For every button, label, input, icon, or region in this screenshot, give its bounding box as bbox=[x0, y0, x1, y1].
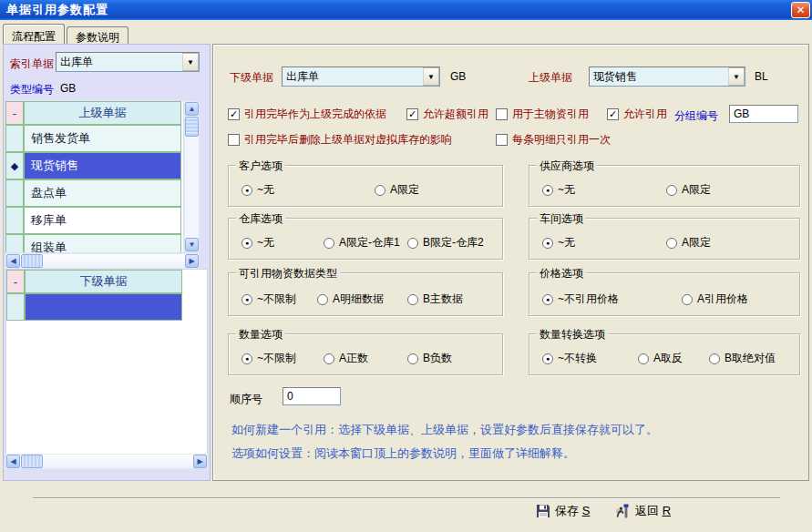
radio-none[interactable]: ● ~无 bbox=[242, 235, 274, 251]
radio-limit-a[interactable]: A限定 bbox=[666, 235, 711, 251]
help-line-1: 如何新建一个引用：选择下级单据、上级单据，设置好参数后直接保存就可以了。 bbox=[231, 422, 658, 438]
save-button[interactable]: 保存 S bbox=[536, 503, 590, 519]
radio-absolute[interactable]: B取绝对值 bbox=[709, 351, 776, 366]
radio-unrestricted[interactable]: ● ~不限制 bbox=[242, 292, 296, 307]
radio-none[interactable]: ● ~无 bbox=[542, 235, 575, 251]
radio-positive[interactable]: A正数 bbox=[324, 351, 368, 366]
row-label: 销售发货单 bbox=[24, 125, 181, 152]
upper-grid-header: 上级单据 bbox=[24, 101, 181, 125]
table-row[interactable]: 销售发货单 bbox=[5, 125, 183, 152]
radio-warehouse-2[interactable]: B限定-仓库2 bbox=[407, 235, 484, 251]
back-label: 返回 R bbox=[635, 503, 671, 519]
scroll-right-icon[interactable]: ▶ bbox=[185, 254, 199, 268]
radio-unrestricted[interactable]: ● ~不限制 bbox=[242, 351, 296, 366]
type-code-label: 类型编号 bbox=[10, 82, 54, 97]
radio-no-price[interactable]: ● ~不引用价格 bbox=[542, 292, 619, 307]
config-form-panel: 下级单据 出库单 ▼ GB 上级单据 现货销售 ▼ BL ✓ 引用完毕作为上级完… bbox=[212, 44, 809, 481]
radio-icon: ● bbox=[242, 238, 252, 249]
radio-no-convert[interactable]: ● ~不转换 bbox=[542, 351, 597, 366]
scroll-down-icon[interactable]: ▼ bbox=[185, 238, 199, 251]
chevron-down-icon[interactable]: ▼ bbox=[728, 67, 745, 86]
upper-doc-combobox[interactable]: 现货销售 ▼ bbox=[589, 66, 745, 87]
sequence-input[interactable]: 0 bbox=[283, 387, 341, 405]
checkbox-delete-virtual-stock-effect[interactable]: 引用完毕后删除上级单据对虚拟库存的影响 bbox=[228, 132, 452, 147]
lower-doc-code: GB bbox=[450, 70, 466, 83]
radio-icon bbox=[375, 185, 385, 196]
scroll-up-icon[interactable]: ▲ bbox=[185, 102, 199, 116]
group-title: 客户选项 bbox=[236, 159, 285, 174]
checkbox-icon bbox=[228, 134, 240, 146]
scroll-left-icon[interactable]: ◀ bbox=[6, 455, 20, 468]
chevron-down-icon[interactable]: ▼ bbox=[423, 67, 439, 86]
checkbox-main-material-reference[interactable]: 用于主物资引用 bbox=[496, 107, 589, 121]
radio-icon bbox=[324, 353, 334, 364]
radio-icon bbox=[682, 294, 693, 305]
table-row[interactable] bbox=[6, 293, 207, 321]
vertical-scroll-thumb[interactable] bbox=[185, 117, 199, 137]
radio-warehouse-1[interactable]: A限定-仓库1 bbox=[324, 235, 400, 251]
lower-grid-horizontal-scrollbar[interactable]: ◀ ▶ bbox=[5, 454, 208, 469]
row-marker bbox=[5, 207, 24, 234]
upper-grid-vertical-scrollbar[interactable]: ▲ ▼ bbox=[184, 101, 200, 252]
close-icon[interactable]: ✕ bbox=[791, 2, 810, 18]
radio-negative[interactable]: B负数 bbox=[407, 351, 452, 366]
radio-icon: ● bbox=[542, 294, 553, 305]
table-row[interactable]: ◆ 现货销售 bbox=[5, 152, 183, 179]
radio-icon bbox=[709, 353, 720, 364]
checkbox-detail-reference-once[interactable]: 每条明细只引用一次 bbox=[496, 132, 611, 147]
index-doc-value: 出库单 bbox=[57, 55, 182, 70]
table-row[interactable]: 盘点单 bbox=[5, 179, 183, 207]
radio-icon bbox=[317, 294, 328, 305]
radio-icon: ● bbox=[542, 353, 553, 364]
checkbox-allow-reference[interactable]: ✓ 允许引用 bbox=[607, 107, 667, 121]
row-label: 移库单 bbox=[24, 207, 181, 234]
tab-strip: 流程配置 参数说明 bbox=[3, 24, 130, 44]
upper-doc-grid: - 上级单据 销售发货单 ◆ 现货销售 盘点单 移库单 组装单 bbox=[5, 101, 183, 252]
horizontal-scroll-thumb[interactable] bbox=[21, 254, 43, 268]
tab-parameter-help[interactable]: 参数说明 bbox=[67, 26, 128, 44]
radio-icon bbox=[638, 353, 649, 364]
warehouse-options-group: 仓库选项 ● ~无 A限定-仓库1 B限定-仓库2 bbox=[228, 218, 503, 260]
scroll-left-icon[interactable]: ◀ bbox=[6, 254, 20, 268]
row-marker bbox=[5, 125, 24, 152]
footer-divider bbox=[33, 497, 780, 499]
radio-master-data[interactable]: B主数据 bbox=[407, 292, 463, 307]
radio-none[interactable]: ● ~无 bbox=[242, 182, 274, 198]
group-title: 价格选项 bbox=[537, 266, 586, 281]
scroll-right-icon[interactable]: ▶ bbox=[193, 455, 207, 468]
checkbox-reference-complete-basis[interactable]: ✓ 引用完毕作为上级完成的依据 bbox=[228, 107, 386, 121]
radio-limit-a[interactable]: A限定 bbox=[375, 182, 419, 198]
table-row[interactable]: 移库单 bbox=[5, 207, 183, 234]
radio-icon bbox=[324, 238, 334, 249]
radio-limit-a[interactable]: A限定 bbox=[666, 182, 711, 198]
row-marker bbox=[6, 293, 25, 321]
save-floppy-icon bbox=[536, 504, 550, 518]
help-line-2: 选项如何设置：阅读本窗口顶上的参数说明，里面做了详细解释。 bbox=[231, 445, 575, 462]
index-doc-combobox[interactable]: 出库单 ▼ bbox=[56, 52, 200, 72]
radio-detail-data[interactable]: A明细数据 bbox=[317, 292, 384, 307]
back-button[interactable]: 返回 R bbox=[616, 503, 671, 519]
sequence-label: 顺序号 bbox=[230, 392, 262, 407]
chevron-down-icon[interactable]: ▼ bbox=[182, 53, 199, 71]
index-panel: 索引单据 出库单 ▼ 类型编号 GB - 上级单据 销售发货单 ◆ 现货销售 盘… bbox=[3, 44, 211, 481]
radio-negate[interactable]: A取反 bbox=[638, 351, 683, 366]
upper-grid-horizontal-scrollbar[interactable]: ◀ ▶ bbox=[5, 253, 200, 269]
checkbox-icon: ✓ bbox=[607, 108, 619, 120]
lower-grid-header: 下级单据 bbox=[25, 270, 182, 293]
table-row[interactable]: 组装单 bbox=[5, 234, 183, 252]
checkbox-icon bbox=[496, 134, 508, 146]
radio-none[interactable]: ● ~无 bbox=[542, 182, 575, 198]
lower-doc-combobox[interactable]: 出库单 ▼ bbox=[282, 66, 440, 87]
group-title: 数量转换选项 bbox=[537, 327, 608, 343]
checkbox-icon bbox=[496, 108, 508, 120]
group-title: 车间选项 bbox=[537, 211, 586, 227]
horizontal-scroll-thumb[interactable] bbox=[21, 455, 43, 468]
row-marker bbox=[5, 234, 24, 252]
tab-process-config[interactable]: 流程配置 bbox=[3, 24, 65, 44]
group-code-input[interactable]: GB bbox=[729, 105, 798, 123]
checkbox-allow-over-reference[interactable]: ✓ 允许超额引用 bbox=[406, 107, 488, 121]
group-title: 可引用物资数据类型 bbox=[236, 266, 340, 281]
customer-options-group: 客户选项 ● ~无 A限定 bbox=[228, 165, 503, 207]
radio-use-price[interactable]: A引用价格 bbox=[682, 292, 748, 307]
document-reference-config-window: 单据引用参数配置 ✕ 流程配置 参数说明 索引单据 出库单 ▼ 类型编号 GB … bbox=[0, 0, 812, 532]
